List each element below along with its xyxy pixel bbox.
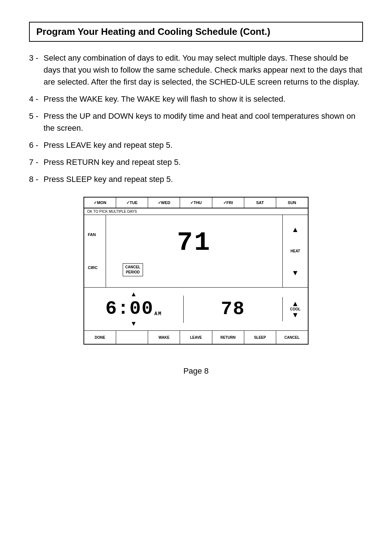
leave-button[interactable]: LEAVE xyxy=(180,331,212,344)
fan-label[interactable]: FAN xyxy=(88,232,102,237)
day-sat[interactable]: SAT xyxy=(244,198,276,208)
ok-multiple-days-label: OK TO PICK MULTIPLE DAYS xyxy=(84,208,308,215)
time-display: 6:00AM xyxy=(105,300,162,318)
step-3-number: 3 - xyxy=(29,52,38,64)
return-button[interactable]: RETURN xyxy=(212,331,244,344)
step-5: 5 - Press the UP and DOWN keys to modify… xyxy=(29,110,363,134)
time-controls: ▲ 6:00AM ▼ xyxy=(105,290,162,328)
step-7-number: 7 - xyxy=(29,156,38,168)
day-mon[interactable]: MON xyxy=(84,198,116,208)
page-number: Page 8 xyxy=(29,366,363,376)
day-selector-row: MON TUE WED THU FRI SAT SUN xyxy=(84,198,308,208)
step-4-number: 4 - xyxy=(29,93,38,105)
cool-up-button[interactable]: ▲ xyxy=(292,300,299,307)
time-down-button[interactable]: ▼ xyxy=(130,320,137,328)
steps-list: 3 - Select any combination of days to ed… xyxy=(29,52,363,185)
step-5-text: Press the UP and DOWN keys to modify tim… xyxy=(44,111,355,133)
step-4-text: Press the WAKE key. The WAKE key will fl… xyxy=(44,94,285,103)
am-label: AM xyxy=(154,311,162,316)
heat-up-button[interactable]: ▲ xyxy=(292,226,299,233)
leave-label: LEAVE xyxy=(190,336,202,339)
day-thu[interactable]: THU xyxy=(180,198,212,208)
step-6: 6 - Press LEAVE key and repeat step 5. xyxy=(29,139,363,151)
done-label: DONE xyxy=(95,336,105,339)
heat-temp-display: 71 xyxy=(177,230,211,256)
instructions-section: 3 - Select any combination of days to ed… xyxy=(29,52,363,185)
cool-label: COOL xyxy=(290,307,301,311)
step-8: 8 - Press SLEEP key and repeat step 5. xyxy=(29,173,363,185)
step-6-text: Press LEAVE key and repeat step 5. xyxy=(44,141,172,150)
empty-button xyxy=(116,331,148,344)
thermostat-diagram: MON TUE WED THU FRI SAT SUN OK TO PICK M… xyxy=(29,197,363,345)
page-number-text: Page 8 xyxy=(183,366,209,375)
step-5-number: 5 - xyxy=(29,110,38,122)
step-8-number: 8 - xyxy=(29,173,38,185)
done-button[interactable]: DONE xyxy=(84,331,116,344)
step-8-text: Press SLEEP key and repeat step 5. xyxy=(44,175,173,184)
step-6-number: 6 - xyxy=(29,139,38,151)
page-title-box: Program Your Heating and Cooling Schedul… xyxy=(29,22,363,42)
heat-down-button[interactable]: ▼ xyxy=(292,269,299,276)
cool-down-button[interactable]: ▼ xyxy=(292,311,299,318)
cancel-button[interactable]: CANCEL xyxy=(276,331,308,344)
wake-label: WAKE xyxy=(159,336,170,339)
wake-button[interactable]: WAKE xyxy=(148,331,180,344)
heat-temp-value: 71 xyxy=(177,228,211,258)
ok-text: OK TO PICK MULTIPLE DAYS xyxy=(87,210,137,214)
time-value: 6:00 xyxy=(105,300,154,318)
time-section: ▲ 6:00AM ▼ xyxy=(84,288,183,330)
cancel-period-button[interactable]: CANCELPERIOD xyxy=(123,263,143,276)
cool-temp-display: 78 xyxy=(221,298,245,320)
day-sun[interactable]: SUN xyxy=(276,198,308,208)
sleep-button[interactable]: SLEEP xyxy=(244,331,276,344)
sleep-label: SLEEP xyxy=(254,336,266,339)
step-3: 3 - Select any combination of days to ed… xyxy=(29,52,363,88)
main-display-area: FAN CIRC 71 CANCELPERIOD ▲ HEAT ▼ xyxy=(84,215,308,288)
time-temp-row: ▲ 6:00AM ▼ 78 ▲ COOL ▼ xyxy=(84,288,308,331)
circ-label[interactable]: CIRC xyxy=(88,265,102,270)
step-7-text: Press RETURN key and repeat step 5. xyxy=(44,158,181,167)
step-3-text: Select any combination of days to edit. … xyxy=(44,53,362,86)
left-labels: FAN CIRC xyxy=(84,215,106,287)
cancel-label: CANCEL xyxy=(285,336,300,339)
step-4: 4 - Press the WAKE key. The WAKE key wil… xyxy=(29,93,363,105)
heat-controls: ▲ HEAT ▼ xyxy=(282,215,308,287)
center-display: 71 CANCELPERIOD xyxy=(106,215,282,287)
page-title: Program Your Heating and Cooling Schedul… xyxy=(36,26,270,37)
cool-controls: ▲ COOL ▼ xyxy=(282,297,308,321)
heat-label: HEAT xyxy=(290,249,300,253)
step-7: 7 - Press RETURN key and repeat step 5. xyxy=(29,156,363,168)
cool-temp-section: 78 xyxy=(183,296,283,323)
return-label: RETURN xyxy=(220,336,236,339)
day-fri[interactable]: FRI xyxy=(212,198,244,208)
time-up-button[interactable]: ▲ xyxy=(130,290,137,298)
day-tue[interactable]: TUE xyxy=(116,198,148,208)
bottom-button-row: DONE WAKE LEAVE RETURN SLEEP CANCEL xyxy=(84,331,308,344)
thermostat-display: MON TUE WED THU FRI SAT SUN OK TO PICK M… xyxy=(83,197,309,345)
day-wed[interactable]: WED xyxy=(148,198,180,208)
